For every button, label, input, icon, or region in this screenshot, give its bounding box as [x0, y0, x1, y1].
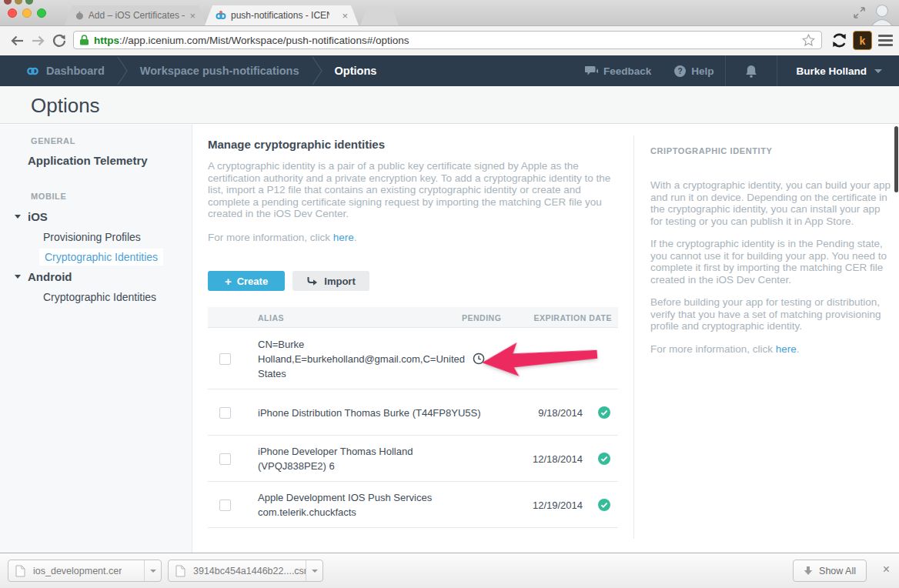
new-tab-button[interactable]: [360, 7, 399, 25]
feedback-bubble-icon: [585, 65, 598, 76]
profile-avatar-icon[interactable]: [868, 2, 896, 26]
table-row[interactable]: iPhone Distribution Thomas Burke (T44FP8…: [208, 389, 618, 436]
sidebar-item-android[interactable]: Android: [28, 270, 72, 283]
column-header-alias: ALIAS: [258, 313, 284, 322]
minimize-window-button[interactable]: [22, 8, 32, 18]
downloads-bar: ios_development.cer 3914bc454a1446b22...…: [0, 553, 899, 588]
options-sidebar: GENERAL Application Telemetry MOBILE iOS…: [0, 125, 192, 553]
create-button-label: Create: [237, 276, 268, 287]
url-scheme: https: [94, 35, 119, 46]
section-description: A cryptographic identity is a pair of a …: [208, 160, 623, 220]
valid-check-icon: [598, 453, 610, 465]
sidebar-item-provisioning-profiles[interactable]: Provisioning Profiles: [43, 231, 141, 243]
background-window-dot: [4, 0, 12, 5]
breadcrumb-label: Options: [335, 65, 377, 77]
k-extension-icon[interactable]: k: [853, 31, 872, 50]
expiration-date: 12/19/2014: [533, 499, 583, 510]
breadcrumb-chevron-icon: [312, 55, 323, 86]
show-all-downloads-button[interactable]: Show All: [793, 560, 867, 582]
tab-push-notifications[interactable]: push-notifications - ICENIU ×: [205, 5, 359, 25]
help-label: Help: [691, 65, 714, 77]
browser-tab-strip: Add – iOS Certificates – A × push-notifi…: [0, 0, 899, 26]
help-paragraph: Before building your app for testing or …: [650, 296, 891, 332]
more-info-link[interactable]: here: [333, 232, 354, 243]
zoom-window-button[interactable]: [37, 8, 46, 18]
breadcrumb-chevron-icon: [117, 55, 128, 86]
panel-divider: [633, 135, 634, 539]
forward-icon[interactable]: [31, 34, 46, 48]
download-item-cer[interactable]: ios_development.cer: [8, 560, 162, 582]
help-panel: CRIPTOGRAPHIC IDENTITY With a cryptograp…: [650, 146, 891, 366]
tab-close-icon[interactable]: ×: [342, 11, 348, 21]
tab-close-icon[interactable]: ×: [189, 11, 196, 21]
feedback-label: Feedback: [603, 65, 651, 77]
row-checkbox[interactable]: [219, 499, 231, 511]
notifications-bell-button[interactable]: [726, 55, 777, 86]
table-row[interactable]: iPhone Developer Thomas Holland (VPQJ838…: [208, 436, 618, 482]
annotation-arrow: [481, 336, 599, 379]
breadcrumb-dashboard[interactable]: Dashboard: [0, 55, 117, 86]
icenium-favicon: [216, 10, 226, 21]
bookmark-star-icon[interactable]: [802, 34, 815, 46]
breadcrumb-options[interactable]: Options: [323, 55, 389, 86]
identities-table: ALIAS PENDING EXPIRATION DATE CN=Burke H…: [208, 307, 618, 528]
fullscreen-icon[interactable]: [853, 6, 866, 19]
valid-check-icon: [598, 499, 610, 511]
more-info-link[interactable]: here: [776, 343, 797, 355]
more-info-prefix: For more information, click: [650, 343, 776, 355]
help-panel-heading: CRIPTOGRAPHIC IDENTITY: [650, 146, 891, 155]
close-downloads-icon[interactable]: ×: [883, 563, 890, 576]
alias-cell: iPhone Developer Thomas Holland (VPQJ838…: [258, 444, 483, 473]
alias-cell: CN=Burke Holland,E=burkeholland@gmail.co…: [258, 336, 483, 380]
chevron-down-icon[interactable]: [15, 275, 21, 279]
address-bar[interactable]: https://app.icenium.com/Mist/Workspace/p…: [73, 31, 822, 49]
row-checkbox[interactable]: [219, 353, 231, 365]
chevron-down-icon[interactable]: [15, 215, 21, 219]
download-menu-caret[interactable]: [306, 560, 323, 581]
apple-icon: [75, 10, 84, 21]
file-icon: [175, 565, 185, 577]
background-window-dot: [15, 0, 22, 5]
create-button[interactable]: + Create: [208, 271, 285, 291]
reload-icon[interactable]: [52, 34, 66, 48]
import-button[interactable]: Import: [292, 271, 369, 291]
help-more-info-line: For more information, click here.: [650, 343, 891, 356]
tab-ios-certificates[interactable]: Add – iOS Certificates – A ×: [65, 5, 206, 25]
bell-icon: [745, 65, 757, 78]
help-paragraph: If the cryptographic identity is in the …: [650, 238, 891, 286]
table-row[interactable]: Apple Development IOS Push Services com.…: [208, 482, 618, 528]
sidebar-item-ios[interactable]: iOS: [28, 210, 48, 223]
close-window-button[interactable]: [8, 8, 17, 18]
download-item-csr[interactable]: 3914bc454a1446b22....csr: [168, 560, 323, 582]
help-button[interactable]: ? Help: [663, 55, 725, 86]
sidebar-heading-mobile: MOBILE: [31, 192, 66, 201]
app-navbar: Dashboard Workspace push-notifications O…: [0, 55, 899, 86]
back-icon[interactable]: [9, 34, 25, 48]
scrollbar-thumb[interactable]: [894, 126, 898, 192]
feedback-button[interactable]: Feedback: [573, 55, 663, 86]
sync-extension-icon[interactable]: [831, 32, 847, 48]
user-menu[interactable]: Burke Holland: [777, 55, 899, 86]
chrome-menu-icon[interactable]: [878, 35, 893, 48]
breadcrumb-label: Dashboard: [46, 65, 105, 77]
sidebar-item-cryptographic-identities-ios[interactable]: Cryptographic Identities: [39, 249, 163, 266]
download-menu-caret[interactable]: [144, 560, 161, 581]
download-filename: 3914bc454a1446b22....csr: [193, 566, 306, 576]
sidebar-item-cryptographic-identities-android[interactable]: Cryptographic Identities: [43, 291, 156, 303]
plus-icon: +: [225, 275, 232, 288]
valid-check-icon: [598, 406, 610, 419]
breadcrumb-workspace[interactable]: Workspace push-notifications: [128, 55, 312, 86]
sidebar-item-application-telemetry[interactable]: Application Telemetry: [28, 154, 148, 167]
expiration-date: 12/18/2014: [533, 453, 583, 464]
row-checkbox[interactable]: [219, 407, 231, 419]
alias-cell: iPhone Distribution Thomas Burke (T44FP8…: [258, 405, 483, 419]
section-title: Manage cryptographic identities: [208, 138, 385, 151]
sidebar-heading-general: GENERAL: [31, 136, 75, 145]
tab-title: Add – iOS Certificates – A: [89, 10, 185, 21]
row-checkbox[interactable]: [219, 453, 231, 465]
table-row[interactable]: CN=Burke Holland,E=burkeholland@gmail.co…: [208, 328, 618, 389]
column-header-pending: PENDING: [462, 313, 501, 322]
page-header: Options: [0, 86, 899, 124]
more-info-line: For more information, click here.: [208, 232, 357, 243]
show-all-label: Show All: [819, 566, 856, 576]
